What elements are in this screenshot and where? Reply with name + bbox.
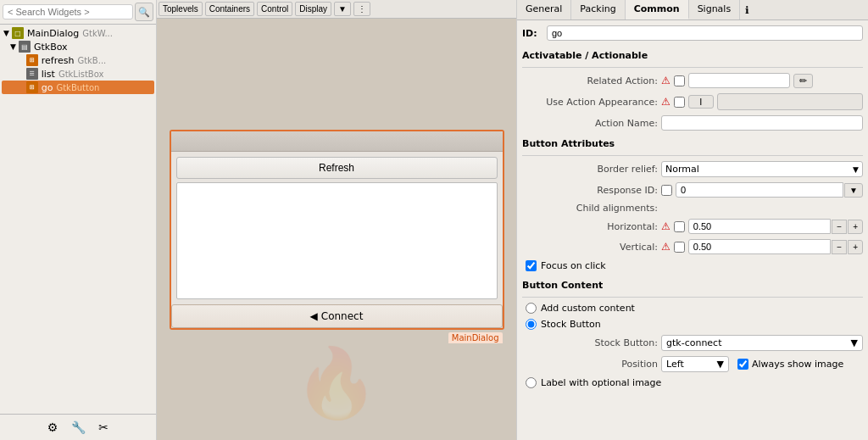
tree-item-list[interactable]: ☰ list GtkListBox xyxy=(2,67,154,81)
dialog-preview: Refresh ◀ Connect MainDialog xyxy=(170,130,504,330)
add-custom-content-radio[interactable] xyxy=(526,303,537,314)
horizontal-plus[interactable]: + xyxy=(848,220,863,234)
section-activatable: Activatable / Actionable xyxy=(522,47,863,64)
horizontal-input[interactable] xyxy=(688,219,832,234)
toplevels-button[interactable]: Toplevels xyxy=(159,2,203,16)
border-relief-label: Border relief: xyxy=(522,164,658,175)
tab-packing[interactable]: Packing xyxy=(571,0,625,19)
section-button-attrs: Button Attributes xyxy=(522,136,863,152)
action-name-input[interactable] xyxy=(661,115,863,131)
tree-arrow xyxy=(19,83,24,92)
response-id-input[interactable] xyxy=(676,182,843,198)
tree-arrow: ▼ xyxy=(10,42,16,51)
focus-on-click-row: Focus on click xyxy=(522,258,863,274)
horizontal-row: Horizontal: ⚠ − + xyxy=(522,217,863,236)
tree-item-gtkbox[interactable]: ▼ ▤ GtkBox xyxy=(2,40,154,53)
position-label: Position xyxy=(522,359,658,370)
tabs-row: General Packing Common Signals ℹ xyxy=(517,0,868,20)
always-show-image-label: Always show image xyxy=(752,359,843,370)
label-with-optional-radio[interactable] xyxy=(526,377,537,388)
tree-arrow: ▼ xyxy=(3,29,9,37)
tree-item-refresh[interactable]: ⊞ refresh GtkB... xyxy=(2,53,154,67)
id-row: ID: xyxy=(522,25,863,41)
tree-item-go[interactable]: ⊞ go GtkButton xyxy=(2,81,154,94)
horizontal-minus[interactable]: − xyxy=(832,220,847,234)
tab-signals[interactable]: Signals xyxy=(689,0,741,19)
child-alignments-row: Child alignments: xyxy=(522,201,863,215)
select-arrow-icon: ▼ xyxy=(853,165,859,174)
display-arrow-button[interactable]: ▼ xyxy=(334,2,351,16)
use-action-button[interactable]: I xyxy=(688,95,714,109)
use-action-warning: ⚠ xyxy=(661,96,670,108)
more-button[interactable]: ⋮ xyxy=(353,2,370,16)
use-action-row: Use Action Appearance: ⚠ I xyxy=(522,92,863,112)
stock-button-value: gtk-connect xyxy=(666,337,721,348)
scissors-icon[interactable]: ✂ xyxy=(94,418,113,437)
focus-on-click-checkbox[interactable] xyxy=(526,260,537,271)
horizontal-spin: − + xyxy=(688,219,863,234)
vertical-plus[interactable]: + xyxy=(848,240,863,254)
tree-arrow xyxy=(19,56,24,64)
id-input[interactable] xyxy=(547,25,863,41)
action-name-label: Action Name: xyxy=(522,118,658,129)
wrench-icon[interactable]: 🔧 xyxy=(69,418,87,437)
border-relief-row: Border relief: Normal ▼ xyxy=(522,159,863,179)
display-button[interactable]: Display xyxy=(295,2,331,16)
tree-type: GtkW... xyxy=(82,29,113,38)
connect-icon: ◀ xyxy=(310,310,318,322)
stock-select-arrow-icon: ▼ xyxy=(851,337,858,348)
add-custom-content-label: Add custom content xyxy=(541,303,635,314)
use-action-checkbox[interactable] xyxy=(674,97,685,108)
vertical-input[interactable] xyxy=(688,239,832,254)
response-id-checkbox[interactable] xyxy=(661,185,672,196)
widget-icon: ⊞ xyxy=(26,54,38,66)
containers-button[interactable]: Containers xyxy=(205,2,254,16)
always-show-image-checkbox[interactable] xyxy=(737,359,748,370)
vertical-minus[interactable]: − xyxy=(832,240,847,254)
tree-type: GtkButton xyxy=(56,83,99,92)
position-select[interactable]: Left ▼ xyxy=(661,356,729,372)
response-id-dropdown[interactable]: ▼ xyxy=(844,183,863,198)
settings-icon[interactable]: ⚙ xyxy=(43,418,62,437)
tab-common[interactable]: Common xyxy=(626,0,689,19)
search-input[interactable] xyxy=(3,4,133,19)
horizontal-checkbox[interactable] xyxy=(674,221,685,232)
dialog-content: Refresh xyxy=(171,152,503,304)
stock-button-radio-row: Stock Button xyxy=(522,317,863,331)
connect-widget-button[interactable]: ◀ Connect xyxy=(171,304,503,328)
id-label: ID: xyxy=(522,28,543,39)
related-action-warning: ⚠ xyxy=(661,75,670,86)
add-custom-content-row: Add custom content xyxy=(522,301,863,315)
tree-item-maindialog[interactable]: ▼ □ MainDialog GtkW... xyxy=(2,26,154,40)
related-action-edit-button[interactable]: ✏ xyxy=(793,74,813,88)
position-arrow-icon: ▼ xyxy=(717,359,724,370)
box-icon: ▤ xyxy=(19,41,31,53)
tree-label: list xyxy=(42,69,55,80)
related-action-checkbox[interactable] xyxy=(674,75,685,86)
tree-label: refresh xyxy=(42,55,75,66)
watermark: 🔥 xyxy=(294,343,379,423)
tab-info[interactable]: ℹ xyxy=(740,0,754,19)
vertical-checkbox[interactable] xyxy=(674,242,685,253)
stock-button-select[interactable]: gtk-connect ▼ xyxy=(661,335,863,351)
refresh-widget-button[interactable]: Refresh xyxy=(176,157,498,179)
stock-button-radio[interactable] xyxy=(526,319,537,330)
control-button[interactable]: Control xyxy=(257,2,292,16)
action-name-row: Action Name: xyxy=(522,114,863,132)
vertical-warning: ⚠ xyxy=(661,241,670,253)
left-panel: 🔍 ▼ □ MainDialog GtkW... ▼ ▤ GtkBox ⊞ re… xyxy=(0,0,157,440)
tree-label: go xyxy=(42,82,53,93)
tab-general[interactable]: General xyxy=(517,0,571,19)
border-relief-select[interactable]: Normal ▼ xyxy=(661,161,863,177)
search-button[interactable]: 🔍 xyxy=(135,3,153,21)
horizontal-warning: ⚠ xyxy=(661,220,670,232)
related-action-row: Related Action: ⚠ ✏ xyxy=(522,71,863,90)
dialog-label: MainDialog xyxy=(448,332,503,343)
stock-button-radio-label: Stock Button xyxy=(541,319,601,330)
tree-type: GtkB... xyxy=(77,56,106,65)
widget-tree: ▼ □ MainDialog GtkW... ▼ ▤ GtkBox ⊞ refr… xyxy=(0,25,156,414)
related-action-input[interactable] xyxy=(688,73,790,88)
stock-button-label: Stock Button: xyxy=(522,337,658,348)
label-with-optional-label: Label with optional image xyxy=(541,377,661,388)
section-button-content: Button Content xyxy=(522,277,863,293)
